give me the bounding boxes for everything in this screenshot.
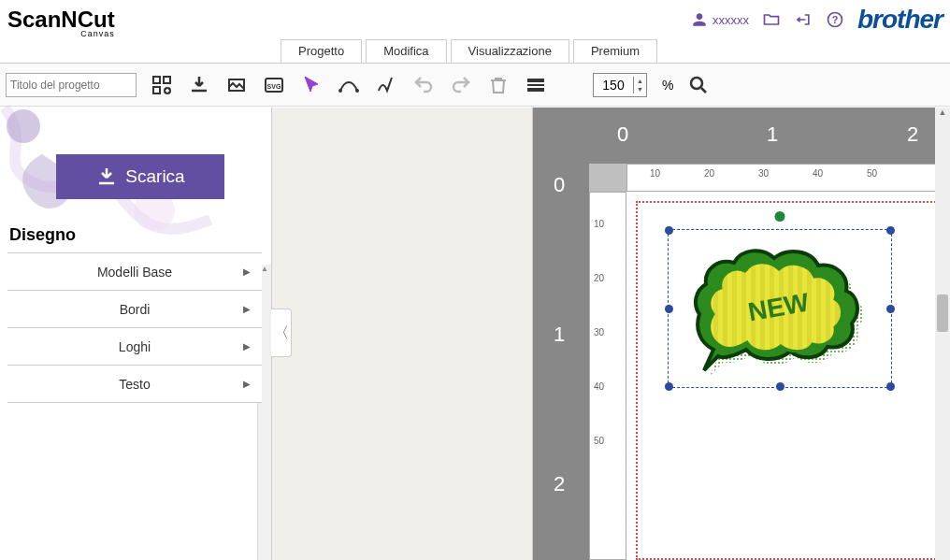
accordion-modelli-base[interactable]: Modelli Base▶ xyxy=(7,253,262,291)
ruler-horizontal-major: 0 1 2 xyxy=(589,108,950,164)
resize-handle[interactable] xyxy=(665,382,673,391)
accordion-label: Loghi xyxy=(119,339,151,354)
svg-point-6 xyxy=(355,89,359,93)
ruler-mark: 1 xyxy=(767,122,778,147)
ruler-tick: 10 xyxy=(650,168,660,179)
zoom-unit: % xyxy=(662,78,673,93)
username: xxxxxx xyxy=(712,13,749,27)
logo-text: ScanNCut xyxy=(7,7,115,32)
ruler-tick: 50 xyxy=(594,436,604,446)
zoom-up-icon[interactable]: ▲ xyxy=(634,77,646,85)
svg-point-5 xyxy=(338,89,342,93)
svg-point-8 xyxy=(691,78,702,89)
list-view-icon[interactable] xyxy=(524,73,548,97)
accordion-label: Bordi xyxy=(120,302,151,317)
ruler-tick: 40 xyxy=(813,168,823,179)
accordion-testo[interactable]: Testo▶ xyxy=(7,366,262,403)
ruler-mark: 0 xyxy=(617,122,628,147)
ruler-mark: 2 xyxy=(554,472,565,496)
download-label: Scarica xyxy=(125,166,184,187)
main-tabs: Progetto Modifica Visualizzazione Premiu… xyxy=(0,39,950,64)
speech-bubble-shape[interactable]: NEW xyxy=(685,239,872,375)
resize-handle[interactable] xyxy=(886,382,895,391)
download-icon xyxy=(95,165,118,188)
ruler-vertical-major: 0 1 2 xyxy=(533,164,589,560)
header-actions: xxxxxx ? brother xyxy=(690,5,943,35)
section-title: Disegno xyxy=(9,225,271,245)
ruler-horizontal-minor: 10 20 30 40 50 xyxy=(626,164,950,192)
trash-icon[interactable] xyxy=(486,73,511,97)
path-edit-icon[interactable] xyxy=(337,73,361,97)
zoom-input[interactable] xyxy=(594,78,633,93)
canvas-scrollbar[interactable]: ▲ xyxy=(935,108,950,560)
import-image-icon[interactable] xyxy=(224,73,249,97)
ruler-corner xyxy=(533,108,589,164)
chevron-right-icon: ▶ xyxy=(243,341,251,352)
chevron-right-icon: ▶ xyxy=(243,266,251,277)
tab-modifica[interactable]: Modifica xyxy=(366,39,446,63)
preview-panel: 〈 xyxy=(271,108,533,560)
ruler-tick: 20 xyxy=(704,168,714,179)
ruler-tick: 30 xyxy=(594,327,604,337)
scroll-up-icon[interactable]: ▲ xyxy=(935,108,950,122)
search-icon[interactable] xyxy=(686,73,711,97)
accordion-bordi[interactable]: Bordi▶ xyxy=(7,291,262,328)
pointer-tool-icon[interactable] xyxy=(299,73,324,97)
tab-visualizzazione[interactable]: Visualizzazione xyxy=(451,39,569,63)
logout-icon[interactable] xyxy=(794,10,813,29)
design-accordion: Modelli Base▶ Bordi▶ Loghi▶ Testo▶ xyxy=(7,252,262,403)
user-icon xyxy=(690,10,709,29)
rotate-handle[interactable] xyxy=(775,211,785,222)
tab-premium[interactable]: Premium xyxy=(573,39,657,63)
chevron-right-icon: ▶ xyxy=(243,304,251,314)
svg-point-9 xyxy=(7,109,40,143)
download-tool-icon[interactable] xyxy=(187,73,211,97)
svg-text:?: ? xyxy=(832,14,839,25)
download-button[interactable]: Scarica xyxy=(56,154,224,199)
help-icon[interactable]: ? xyxy=(826,10,844,29)
resize-handle[interactable] xyxy=(776,382,784,391)
ruler-mark: 0 xyxy=(554,173,565,197)
ruler-tick: 40 xyxy=(594,381,604,392)
draw-tool-icon[interactable] xyxy=(374,73,398,97)
svg-import-icon[interactable]: SVG xyxy=(262,73,286,97)
svg-text:SVG: SVG xyxy=(267,83,281,90)
redo-icon[interactable] xyxy=(449,73,473,97)
zoom-down-icon[interactable]: ▼ xyxy=(634,85,646,93)
accordion-loghi[interactable]: Loghi▶ xyxy=(7,328,262,366)
resize-handle[interactable] xyxy=(886,305,895,313)
resize-handle[interactable] xyxy=(665,226,673,235)
canvas-workspace[interactable]: 0 1 2 0 1 2 10 20 30 40 50 10 20 30 40 5… xyxy=(533,108,950,560)
undo-icon[interactable] xyxy=(411,73,436,97)
ruler-mark: 2 xyxy=(907,122,918,147)
zoom-control[interactable]: ▲ ▼ xyxy=(593,73,647,97)
brother-logo: brother xyxy=(857,5,943,35)
ruler-tick: 30 xyxy=(758,168,769,179)
selection-box[interactable]: NEW xyxy=(668,229,892,388)
ruler-tick: 50 xyxy=(867,168,877,179)
logo-subtext: Canvas xyxy=(80,29,115,38)
ruler-tick: 20 xyxy=(594,273,604,283)
cutting-mat[interactable]: NEW xyxy=(626,192,950,560)
user-account[interactable]: xxxxxx xyxy=(690,10,749,29)
svg-rect-7 xyxy=(527,79,544,92)
accordion-label: Modelli Base xyxy=(97,265,172,280)
app-logo: ScanNCut Canvas xyxy=(7,7,115,33)
resize-handle[interactable] xyxy=(886,226,895,235)
grid-add-icon[interactable] xyxy=(150,73,174,97)
scrollbar-thumb[interactable] xyxy=(937,294,948,332)
folder-icon[interactable] xyxy=(762,10,781,29)
collapse-panel-button[interactable]: 〈 xyxy=(271,309,292,357)
chevron-right-icon: ▶ xyxy=(243,379,251,389)
project-title-input[interactable] xyxy=(6,73,137,97)
resize-handle[interactable] xyxy=(665,305,673,313)
ruler-vertical-minor: 10 20 30 40 50 xyxy=(589,192,626,560)
app-header: ScanNCut Canvas xxxxxx ? brother xyxy=(0,0,950,39)
accordion-label: Testo xyxy=(119,377,150,392)
logo-area: ScanNCut Canvas xyxy=(7,7,121,33)
ruler-mark: 1 xyxy=(554,323,565,347)
chevron-left-icon: 〈 xyxy=(274,323,289,343)
tab-progetto[interactable]: Progetto xyxy=(281,39,362,63)
sidebar: Scarica Disegno Modelli Base▶ Bordi▶ Log… xyxy=(0,108,271,560)
ruler-tick: 10 xyxy=(594,219,604,229)
